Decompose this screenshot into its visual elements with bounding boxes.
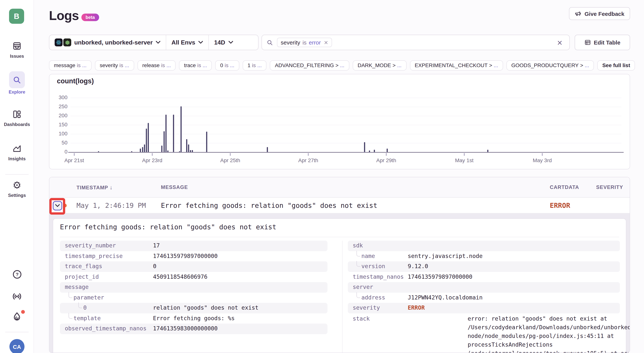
- logs-page: B Issues Explore: [0, 0, 644, 353]
- detail-attribute-row: timestamp_nanos1746135979897000000: [348, 272, 620, 282]
- chevron-down-icon: [198, 41, 203, 44]
- sidebar: B Issues Explore: [0, 0, 34, 353]
- chart-bar: [487, 150, 488, 152]
- attribute-key: sdk: [353, 241, 363, 251]
- sidebar-item-label: Issues: [0, 54, 34, 59]
- gear-icon: ⚙: [9, 179, 25, 192]
- search-clear-icon[interactable]: ✕: [557, 35, 562, 51]
- date-range-label: 14D: [214, 39, 225, 46]
- attribute-value: 1746135983000000000: [153, 323, 218, 334]
- filter-chip[interactable]: releaseis...: [137, 60, 176, 71]
- column-header-severity[interactable]: SEVERITY: [596, 177, 623, 198]
- attribute-key: 0: [83, 303, 87, 313]
- filter-chip[interactable]: ADVANCED_FILTERING>...: [270, 60, 349, 71]
- attribute-value: 1746135979897000000: [408, 272, 472, 282]
- org-logo[interactable]: B: [9, 9, 24, 24]
- log-detail-panel: Error fetching goods: relation "goods" d…: [53, 218, 626, 353]
- search-input[interactable]: severity is error ✕ ✕: [262, 35, 570, 50]
- sidebar-divider: [5, 332, 29, 332]
- column-header-timestamp[interactable]: TIMESTAMP ↓: [76, 177, 112, 198]
- token-value: error: [309, 39, 321, 46]
- attribute-value: relation "goods" does not exist: [153, 303, 258, 313]
- chart-bar: [206, 132, 208, 152]
- attribute-value: 9.12.0: [408, 261, 428, 272]
- give-feedback-button[interactable]: Give Feedback: [569, 7, 630, 20]
- filter-chip[interactable]: severityis...: [95, 60, 134, 71]
- x-axis-tick-label: Apr 21st: [52, 157, 97, 163]
- detail-attribute-row: stackerror: relation "goods" does not ex…: [348, 313, 620, 353]
- date-range-selector[interactable]: 14D: [208, 35, 238, 50]
- sidebar-item-dashboards[interactable]: Dashboards: [0, 108, 34, 127]
- detail-attribute-row: version9.12.0: [348, 261, 620, 272]
- chart-bar: [192, 150, 193, 152]
- sidebar-item-insights[interactable]: Insights: [0, 142, 34, 161]
- sort-arrow-icon: ↓: [110, 184, 112, 190]
- detail-attribute-row: namesentry.javascript.node: [348, 251, 620, 261]
- onboarding-button[interactable]: [0, 311, 34, 323]
- sidebar-item-settings[interactable]: ⚙ Settings: [0, 179, 34, 198]
- column-divider: [342, 241, 342, 353]
- filter-chip[interactable]: messageis...: [49, 60, 92, 71]
- filter-chip[interactable]: DARK_MODE>...: [353, 60, 406, 71]
- environment-selector-label: All Envs: [172, 39, 195, 46]
- attribute-key: trace_flags: [65, 261, 102, 272]
- filter-chip[interactable]: traceis...: [179, 60, 212, 71]
- chart-bar: [162, 146, 162, 152]
- attribute-key: parameter: [74, 292, 104, 303]
- attribute-key: server: [353, 282, 373, 292]
- project-selector[interactable]: unborked, unborked-server: [49, 35, 166, 50]
- attribute-value: ERROR: [408, 303, 425, 313]
- explore-active-tile: [9, 71, 25, 88]
- attribute-value: J12PWN42YQ.localdomain: [408, 292, 482, 303]
- sidebar-item-explore[interactable]: Explore: [0, 71, 34, 95]
- detail-attribute-row: project_id4509118548606976: [60, 272, 328, 282]
- filter-chip[interactable]: 1is...: [243, 60, 266, 71]
- gridline: [70, 116, 622, 116]
- x-axis-tick: [74, 153, 74, 156]
- token-remove-icon[interactable]: ✕: [324, 40, 328, 46]
- tree-connector: [356, 292, 360, 298]
- logs-chart-card: count(logs) 050100150200250300Apr 21stAp…: [49, 74, 630, 169]
- help-button[interactable]: ?: [0, 269, 34, 281]
- environment-selector[interactable]: All Envs: [166, 35, 208, 50]
- flame-icon: [12, 311, 22, 322]
- node-platform-icon: [63, 39, 71, 46]
- detail-attribute-row: addressJ12PWN42YQ.localdomain: [348, 292, 620, 303]
- filter-chip[interactable]: GOODS_PRODUCTQUERY>...: [506, 60, 594, 71]
- filter-chip[interactable]: EXPERIMENTAL_CHECKOUT>...: [410, 60, 503, 71]
- search-filter-token[interactable]: severity is error ✕: [277, 38, 332, 47]
- attribute-key: timestamp_nanos: [353, 272, 404, 282]
- x-axis-tick: [152, 153, 152, 156]
- x-axis-tick: [464, 153, 465, 156]
- token-key: severity: [281, 39, 300, 46]
- chart-bar: [173, 115, 174, 152]
- whats-new-button[interactable]: [0, 291, 34, 303]
- chart-bar: [146, 128, 147, 152]
- detail-attribute-row: 0relation "goods" does not exist: [60, 303, 328, 313]
- beta-badge: beta: [82, 14, 99, 21]
- chart-bar: [140, 149, 141, 152]
- tree-connector: [68, 313, 72, 318]
- edit-table-button[interactable]: Edit Table: [575, 35, 630, 50]
- filter-chip[interactable]: 0is...: [215, 60, 239, 71]
- chevron-down-icon: [156, 41, 160, 44]
- x-axis-tick-label: Apr 29th: [364, 157, 409, 163]
- chart-bar: [364, 142, 365, 152]
- expanded-row-region: Error fetching goods: relation "goods" d…: [49, 213, 630, 353]
- attribute-value: 1746135979897000000: [153, 251, 218, 261]
- see-full-list-button[interactable]: See full list: [598, 60, 635, 71]
- log-message: Error fetching goods: relation "goods" d…: [161, 198, 378, 213]
- column-header-cartdata[interactable]: CARTDATA: [550, 177, 579, 198]
- log-table-row[interactable]: May 1, 2:46:19 PM Error fetching goods: …: [49, 198, 630, 213]
- gridline: [70, 143, 622, 143]
- y-axis-tick-label: 300: [49, 94, 68, 100]
- attribute-value: 17: [153, 241, 160, 251]
- x-axis-tick: [386, 153, 387, 156]
- chart-bar: [180, 106, 182, 152]
- detail-attribute-row: timestamp_precise1746135979897000000: [60, 251, 328, 261]
- column-header-message[interactable]: MESSAGE: [161, 177, 188, 198]
- detail-attribute-row: trace_flags0: [60, 261, 328, 272]
- filter-chips-row: messageis...severityis...releaseis...tra…: [49, 60, 644, 71]
- user-avatar[interactable]: CA: [10, 339, 24, 353]
- sidebar-item-issues[interactable]: Issues: [0, 40, 34, 59]
